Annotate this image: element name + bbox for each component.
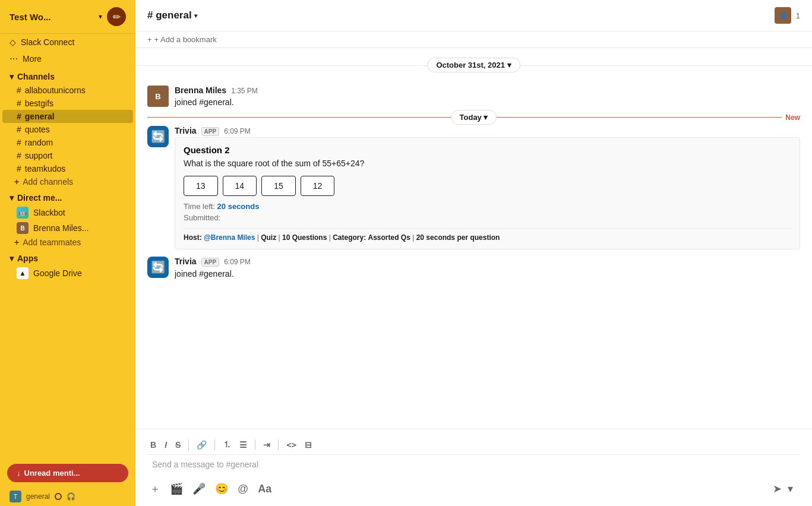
sidebar-item-slack-connect[interactable]: ◇ Slack Connect	[0, 34, 135, 50]
dm-chevron-icon: ▾	[10, 193, 14, 203]
message-header-brenna: Brenna Miles 1:35 PM	[175, 86, 800, 95]
toolbar-divider-1	[188, 439, 189, 450]
trivia-option-12[interactable]: 12	[301, 176, 335, 196]
hash-icon: #	[17, 125, 21, 134]
trivia-time-left: Time left: 20 seconds	[184, 202, 791, 211]
messages-area[interactable]: October 31st, 2021 ▾ B Brenna Miles 1:35…	[135, 48, 812, 429]
code-block-button[interactable]: ⊟	[302, 438, 315, 451]
hash-icon: #	[17, 86, 21, 95]
message-author-trivia: Trivia	[175, 126, 197, 135]
link-button[interactable]: 🔗	[194, 438, 210, 451]
message-time-brenna: 1:35 PM	[231, 87, 258, 95]
brenna-avatar: B	[17, 222, 29, 234]
video-button[interactable]: 🎬	[168, 480, 185, 498]
hash-icon: #	[17, 151, 21, 160]
mention-button[interactable]: @	[235, 480, 251, 498]
message-input-placeholder[interactable]: Send a message to #general	[147, 457, 800, 475]
message-toolbar: B I S 🔗 ⒈ ☰ ⇥ <> ⊟	[147, 434, 800, 455]
sidebar-item-random[interactable]: # random	[2, 136, 133, 149]
hash-icon: #	[17, 138, 21, 147]
member-count: 1	[796, 11, 800, 20]
hash-icon: #	[17, 112, 21, 121]
trivia-question-text: What is the square root of the sum of 55…	[184, 157, 791, 170]
strikethrough-button[interactable]: S	[172, 438, 184, 451]
message-row-brenna-joined: B Brenna Miles 1:35 PM joined #general.	[135, 82, 812, 112]
format-button[interactable]: Aa	[255, 480, 274, 498]
bold-button[interactable]: B	[147, 438, 159, 451]
sidebar-item-bestgifs[interactable]: # bestgifs	[2, 97, 133, 110]
main-content: # general ▾ 👤 1 + + Add a bookmark Octob…	[135, 0, 812, 506]
channel-status-bar: T general 🎧	[0, 487, 135, 506]
message-row-trivia-joined: 🔄 Trivia APP 6:09 PM joined #general.	[135, 253, 812, 284]
trivia-app-badge: APP	[201, 127, 220, 136]
channel-title[interactable]: # general ▾	[147, 10, 775, 21]
bookmark-bar[interactable]: + + Add a bookmark	[135, 31, 812, 48]
slack-connect-icon: ◇	[10, 37, 16, 47]
message-author-brenna: Brenna Miles	[175, 86, 226, 95]
italic-button[interactable]: I	[162, 438, 170, 451]
message-input-area: B I S 🔗 ⒈ ☰ ⇥ <> ⊟ Send a message to #ge…	[135, 429, 812, 506]
microphone-button[interactable]: 🎤	[190, 480, 208, 498]
date-pill-oct31[interactable]: October 31st, 2021 ▾	[427, 58, 520, 72]
sidebar-item-support[interactable]: # support	[2, 149, 133, 162]
message-content-trivia: Trivia APP 6:09 PM Question 2 What is th…	[175, 126, 800, 249]
header-user-avatar[interactable]: 👤	[775, 7, 791, 24]
sidebar-header: Test Wo... ▾ ✏	[0, 0, 135, 34]
message-header-trivia-joined: Trivia APP 6:09 PM	[175, 257, 800, 267]
code-button[interactable]: <>	[283, 438, 299, 451]
workspace-name[interactable]: Test Wo...	[10, 12, 94, 22]
message-time-trivia-joined: 6:09 PM	[224, 258, 251, 266]
trivia-option-13[interactable]: 13	[184, 176, 218, 196]
send-controls: ➤ ▾	[766, 477, 800, 500]
channel-header: # general ▾ 👤 1	[135, 0, 812, 31]
channels-section-header[interactable]: ▾ Channels	[0, 67, 135, 84]
trivia-icon: 🔄	[151, 129, 166, 144]
trivia-message-avatar: 🔄	[147, 126, 169, 147]
today-pill[interactable]: Today ▾	[451, 110, 497, 125]
message-content-brenna: Brenna Miles 1:35 PM joined #general.	[175, 86, 800, 109]
input-bottom-bar: ＋ 🎬 🎤 😊 @ Aa ➤ ▾	[147, 475, 800, 500]
sidebar-item-general[interactable]: # general	[2, 110, 133, 123]
send-options-button[interactable]: ▾	[785, 480, 795, 498]
compose-button[interactable]: ✏	[107, 7, 126, 26]
apps-section-header[interactable]: ▾ Apps	[0, 249, 135, 265]
sidebar-item-more[interactable]: ⋯ More	[0, 50, 135, 67]
unread-mentions-button[interactable]: ↓ Unread menti...	[7, 464, 128, 482]
indent-button[interactable]: ⇥	[260, 438, 273, 451]
plus-icon: +	[14, 177, 19, 186]
dm-section-header[interactable]: ▾ Direct me...	[0, 188, 135, 205]
slackbot-avatar: 🤖	[17, 207, 29, 219]
sidebar-item-teamkudos[interactable]: # teamkudos	[2, 162, 133, 175]
sidebar-dm-brenna[interactable]: B Brenna Miles...	[2, 220, 133, 236]
trivia-submitted: Submitted:	[184, 213, 791, 222]
toolbar-divider-4	[278, 439, 279, 450]
add-teammates-button[interactable]: + Add teammates	[0, 236, 135, 249]
sidebar-item-allaboutunicorns[interactable]: # allaboutunicorns	[2, 84, 133, 97]
message-text-brenna: joined #general.	[175, 96, 800, 109]
channels-chevron-icon: ▾	[10, 72, 14, 81]
trivia-option-14[interactable]: 14	[223, 176, 257, 196]
send-button[interactable]: ➤	[770, 480, 784, 498]
toolbar-divider-2	[214, 439, 215, 450]
trivia-options: 13 14 15 12	[184, 176, 791, 196]
bullet-list-button[interactable]: ☰	[236, 438, 250, 451]
sidebar-bottom: ↓ Unread menti... T general 🎧	[0, 459, 135, 506]
trivia-option-15[interactable]: 15	[261, 176, 296, 196]
plus-icon: +	[14, 238, 19, 247]
sidebar-item-quotes[interactable]: # quotes	[2, 123, 133, 136]
sidebar-dm-slackbot[interactable]: 🤖 Slackbot	[2, 205, 133, 220]
numbered-list-button[interactable]: ⒈	[220, 438, 234, 452]
apps-section-label: Apps	[17, 254, 38, 263]
date-divider-oct31: October 31st, 2021 ▾	[135, 48, 812, 82]
add-button[interactable]: ＋	[147, 479, 163, 498]
emoji-button[interactable]: 😊	[213, 480, 230, 498]
headphone-icon: 🎧	[67, 492, 75, 501]
add-channels-button[interactable]: + Add channels	[0, 175, 135, 188]
plus-icon: +	[147, 35, 152, 44]
more-icon: ⋯	[10, 54, 18, 64]
sidebar-app-google-drive[interactable]: ▲ Google Drive	[2, 265, 133, 281]
trivia-app-badge-2: APP	[201, 258, 220, 267]
apps-chevron-icon: ▾	[10, 254, 14, 263]
message-author-trivia-joined: Trivia	[175, 257, 197, 266]
workspace-chevron[interactable]: ▾	[99, 12, 102, 21]
